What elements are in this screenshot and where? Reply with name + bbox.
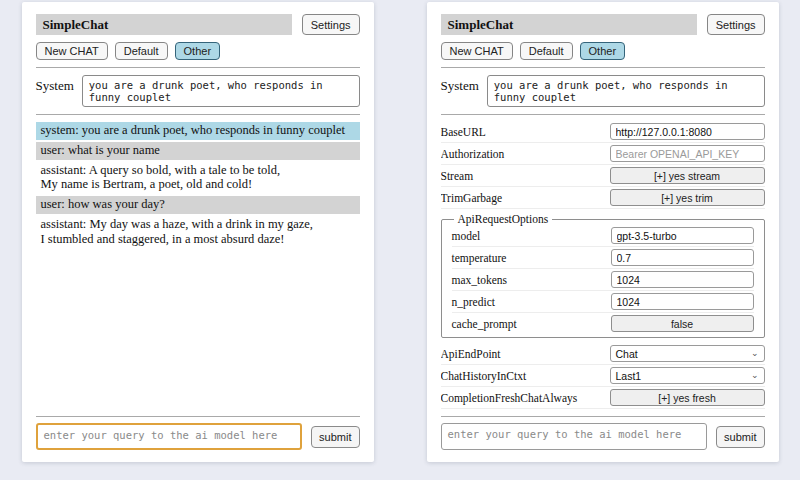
system-label: System [36,75,74,94]
divider [36,67,360,68]
chevron-down-icon: ⌄ [751,349,759,358]
chevron-down-icon: ⌄ [751,371,759,380]
session-button-row: New CHAT Default Other [36,42,360,60]
chat-message-user: user: how was your day? [36,196,360,214]
divider [36,416,360,417]
n-predict-label: n_predict [452,296,495,308]
setting-row-stream: Stream [+] yes stream [441,165,765,187]
baseurl-input[interactable] [610,123,765,140]
query-input[interactable] [36,423,303,450]
n-predict-input[interactable] [611,293,754,310]
settings-button[interactable]: Settings [707,14,765,35]
divider [441,416,765,417]
chathistoryinctxt-select[interactable]: Last1 ⌄ [610,367,765,384]
settings-list: BaseURL Authorization Stream [+] yes str… [441,121,765,409]
session-tab-default[interactable]: Default [115,42,168,60]
system-prompt-input[interactable]: you are a drunk poet, who responds in fu… [82,75,360,107]
authorization-input[interactable] [610,145,765,162]
divider [36,114,360,115]
model-label: model [452,230,481,242]
setting-row-cache-prompt: cache_prompt false [452,313,754,334]
setting-row-trimgarbage: TrimGarbage [+] yes trim [441,187,765,209]
stream-toggle-button[interactable]: [+] yes stream [610,167,765,184]
chat-message-assistant: assistant: A query so bold, with a tale … [36,162,360,195]
new-chat-button[interactable]: New CHAT [36,42,108,60]
settings-panel: SimpleChat Settings New CHAT Default Oth… [427,2,779,462]
setting-row-max-tokens: max_tokens [452,269,754,291]
chat-panel: SimpleChat Settings New CHAT Default Oth… [22,2,374,462]
setting-row-model: model [452,225,754,247]
system-prompt-input[interactable]: you are a drunk poet, who responds in fu… [487,75,765,107]
completionfreshchatalways-toggle-button[interactable]: [+] yes fresh [610,389,765,406]
app-title: SimpleChat [441,14,697,35]
apiendpoint-label: ApiEndPoint [441,348,501,360]
header-row: SimpleChat Settings [36,14,360,35]
chat-message-user: user: what is your name [36,142,360,160]
chat-history: system: you are a drunk poet, who respon… [36,122,360,409]
setting-row-apiendpoint: ApiEndPoint Chat ⌄ [441,343,765,365]
query-row: submit [441,423,765,450]
chat-message-system: system: you are a drunk poet, who respon… [36,122,360,140]
settings-button[interactable]: Settings [302,14,360,35]
system-prompt-row: System you are a drunk poet, who respond… [441,75,765,107]
setting-row-n-predict: n_predict [452,291,754,313]
divider [441,67,765,68]
completionfreshchatalways-label: CompletionFreshChatAlways [441,392,578,404]
query-row: submit [36,423,360,450]
apiendpoint-select[interactable]: Chat ⌄ [610,345,765,362]
baseurl-label: BaseURL [441,126,486,138]
submit-button[interactable]: submit [311,426,359,448]
api-request-options-legend: ApiRequestOptions [454,213,553,225]
app-title: SimpleChat [36,14,292,35]
authorization-label: Authorization [441,148,505,160]
trimgarbage-toggle-button[interactable]: [+] yes trim [610,189,765,206]
divider [441,114,765,115]
trimgarbage-label: TrimGarbage [441,192,503,204]
cache-prompt-toggle-button[interactable]: false [611,315,754,332]
api-request-options-group: ApiRequestOptions model temperature max_… [441,213,765,338]
submit-button[interactable]: submit [716,426,764,448]
setting-row-baseurl: BaseURL [441,121,765,143]
chathistoryinctxt-selected-value: Last1 [616,370,642,382]
system-label: System [441,75,479,94]
query-block: submit [441,409,765,450]
new-chat-button[interactable]: New CHAT [441,42,513,60]
session-tab-other[interactable]: Other [580,42,626,60]
session-tab-default[interactable]: Default [520,42,573,60]
stream-label: Stream [441,170,474,182]
session-button-row: New CHAT Default Other [441,42,765,60]
system-prompt-row: System you are a drunk poet, who respond… [36,75,360,107]
max-tokens-input[interactable] [611,271,754,288]
header-row: SimpleChat Settings [441,14,765,35]
apiendpoint-selected-value: Chat [616,348,638,360]
setting-row-chathistoryinctxt: ChatHistoryInCtxt Last1 ⌄ [441,365,765,387]
temperature-input[interactable] [611,249,754,266]
setting-row-temperature: temperature [452,247,754,269]
setting-row-completionfreshchatalways: CompletionFreshChatAlways [+] yes fresh [441,387,765,409]
session-tab-other[interactable]: Other [175,42,221,60]
query-input[interactable] [441,423,708,450]
max-tokens-label: max_tokens [452,274,508,286]
model-input[interactable] [611,227,754,244]
chathistoryinctxt-label: ChatHistoryInCtxt [441,370,527,382]
temperature-label: temperature [452,252,507,264]
cache-prompt-label: cache_prompt [452,318,517,330]
query-block: submit [36,409,360,450]
chat-message-assistant: assistant: My day was a haze, with a dri… [36,216,360,249]
setting-row-authorization: Authorization [441,143,765,165]
